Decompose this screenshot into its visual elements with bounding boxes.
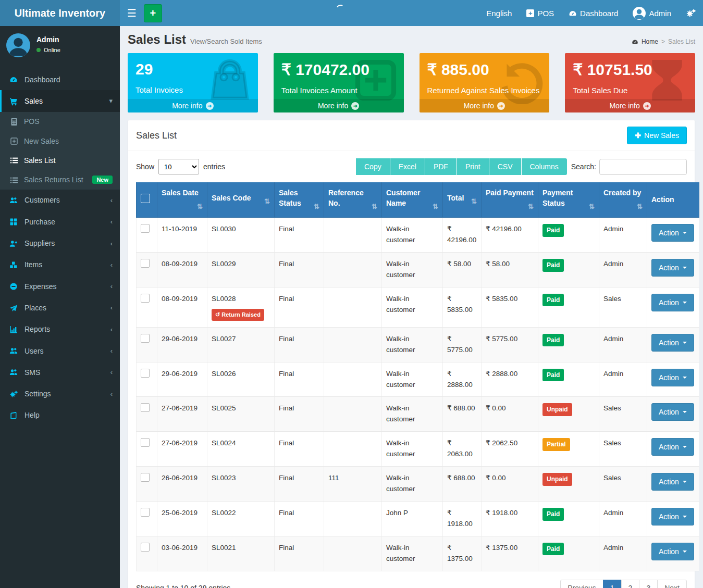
user-menu[interactable]: Admin [625, 0, 679, 26]
sidebar-item-new-sales[interactable]: New Sales [0, 131, 120, 151]
page-3-button[interactable]: 3 [639, 580, 658, 588]
table-body: 11-10-2019 SL0030 Final Walk-in customer… [137, 218, 699, 571]
row-checkbox[interactable] [141, 508, 150, 517]
row-checkbox[interactable] [141, 259, 150, 268]
cell-total: ₹ 2063.00 [443, 432, 482, 467]
cell-created-by: Sales [599, 432, 647, 467]
breadcrumb-separator: > [661, 38, 665, 45]
row-checkbox[interactable] [141, 369, 150, 378]
cell-payment-status: Paid [538, 252, 599, 287]
cell-total: ₹ 42196.00 [443, 218, 482, 253]
row-action-button[interactable]: Action [651, 259, 694, 277]
select-all-checkbox[interactable] [141, 194, 150, 203]
row-checkbox[interactable] [141, 438, 150, 447]
row-checkbox[interactable] [141, 543, 150, 552]
col-reference-no[interactable]: Reference No.⇅ [324, 182, 382, 218]
col-payment-status[interactable]: Payment Status⇅ [538, 182, 599, 218]
row-action-button[interactable]: Action [651, 294, 694, 311]
sort-icon: ⇅ [314, 202, 319, 212]
col-total[interactable]: Total⇅ [443, 182, 482, 218]
row-action-button[interactable]: Action [651, 224, 694, 242]
col-sales-code[interactable]: Sales Code⇅ [207, 182, 275, 218]
nav-pos-link[interactable]: + POS [519, 0, 561, 26]
cell-customer-name: Walk-in customer [382, 432, 443, 467]
export-button[interactable]: Columns [522, 158, 567, 175]
export-button[interactable]: Copy [356, 158, 390, 175]
col-paid-payment[interactable]: Paid Payment⇅ [482, 182, 538, 218]
cell-payment-status: Unpaid [538, 467, 599, 502]
row-action-button[interactable]: Action [651, 473, 694, 491]
row-action-button[interactable]: Action [651, 334, 694, 352]
row-action-button[interactable]: Action [651, 438, 694, 456]
sort-icon: ⇅ [528, 202, 534, 212]
sidebar-item-items[interactable]: Items ‹ [0, 254, 120, 276]
cell-reference-no [324, 287, 382, 327]
sidebar-item-sales-returns-list[interactable]: Sales Returns List New [0, 170, 120, 189]
search-input[interactable] [599, 159, 687, 175]
sidebar-item-dashboard[interactable]: Dashboard [0, 69, 120, 90]
payment-status-badge: Paid [542, 334, 564, 347]
chevron-left-icon: ‹ [110, 347, 113, 355]
breadcrumb-home-link[interactable]: Home [642, 38, 658, 45]
sidebar-item-customers[interactable]: Customers ‹ [0, 190, 120, 211]
cell-sales-code: SL0028 ↺ Return Raised [207, 287, 275, 327]
page-1-button[interactable]: 1 [603, 580, 622, 588]
cell-customer-name: Walk-in customer [382, 252, 443, 287]
new-sales-button[interactable]: ✚ New Sales [627, 127, 687, 144]
row-action-button[interactable]: Action [651, 543, 694, 560]
export-button[interactable]: Print [457, 158, 489, 175]
cell-total: ₹ 5835.00 [443, 287, 482, 327]
col-created-by[interactable]: Created by⇅ [599, 182, 647, 218]
sidebar-toggle-icon[interactable]: ☰ [120, 0, 144, 26]
cell-reference-no [324, 327, 382, 362]
showing-entries-text: Showing 1 to 10 of 29 entries [136, 584, 230, 588]
sidebar-item-pos[interactable]: POS [0, 112, 120, 131]
sales-list-panel: Sales List ✚ New Sales Show 10 entries C… [128, 120, 695, 588]
sidebar-item-reports[interactable]: Reports ‹ [0, 319, 120, 340]
page-2-button[interactable]: 2 [621, 580, 640, 588]
nav-dashboard-link[interactable]: Dashboard [561, 0, 625, 26]
row-action-button[interactable]: Action [651, 403, 694, 421]
quick-add-button[interactable]: + [144, 4, 162, 22]
sidebar-item-sales-list[interactable]: Sales List [0, 151, 120, 170]
row-checkbox[interactable] [141, 473, 150, 482]
stat-label: Total Sales Due [573, 86, 687, 95]
col-sales-date[interactable]: Sales Date⇅ [157, 182, 207, 218]
table-row: 25-06-2019 SL0022 Final John P ₹ 1918.00… [137, 502, 699, 536]
export-button[interactable]: PDF [425, 158, 457, 175]
chevron-left-icon: ‹ [110, 240, 113, 247]
col-sales-status[interactable]: Sales Status⇅ [275, 182, 324, 218]
previous-page-button[interactable]: Previous [560, 580, 603, 588]
chevron-left-icon: ‹ [110, 218, 113, 226]
sidebar-item-settings[interactable]: Settings ‹ [0, 383, 120, 404]
cell-sales-code: SL0021 [207, 536, 275, 571]
sidebar-item-sms[interactable]: SMS ‹ [0, 361, 120, 383]
settings-gears-menu[interactable] [679, 0, 703, 26]
row-checkbox[interactable] [141, 294, 150, 303]
cell-created-by: Admin [599, 252, 647, 287]
export-button[interactable]: CSV [489, 158, 522, 175]
sidebar-item-help[interactable]: Help [0, 405, 120, 426]
row-checkbox[interactable] [141, 403, 150, 412]
users-icon [9, 346, 18, 355]
app-brand[interactable]: Ultimate Inventory [0, 0, 120, 26]
row-checkbox[interactable] [141, 224, 150, 233]
sidebar-item-sales[interactable]: Sales ▾ [0, 90, 120, 111]
sidebar-item-users[interactable]: Users ‹ [0, 340, 120, 361]
undo-icon: ↺ [215, 311, 221, 318]
row-action-button[interactable]: Action [651, 508, 694, 526]
col-customer-name[interactable]: Customer Name⇅ [382, 182, 443, 218]
pagination: Previous 1 2 3 Next [561, 580, 687, 588]
page-length-select[interactable]: 10 [158, 159, 199, 174]
sidebar-item-purchase[interactable]: Purchase ‹ [0, 211, 120, 232]
sidebar-item-expenses[interactable]: Expenses ‹ [0, 276, 120, 297]
sidebar-item-places[interactable]: Places ‹ [0, 297, 120, 318]
next-page-button[interactable]: Next [657, 580, 687, 588]
sidebar-item-suppliers[interactable]: Suppliers ‹ [0, 232, 120, 254]
row-action-button[interactable]: Action [651, 369, 694, 386]
row-checkbox[interactable] [141, 334, 150, 343]
export-button[interactable]: Excel [390, 158, 425, 175]
language-menu[interactable]: English [479, 0, 519, 26]
sort-icon: ⇅ [471, 197, 477, 207]
page-subtitle: View/Search Sold Items [190, 37, 262, 45]
